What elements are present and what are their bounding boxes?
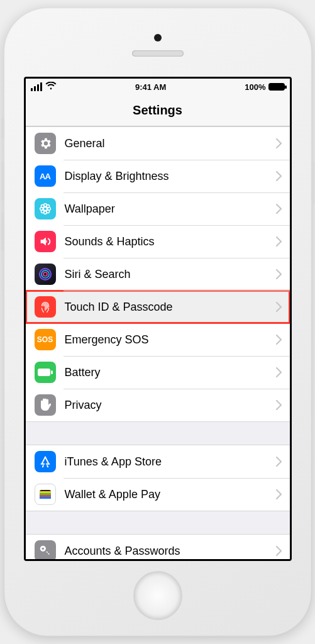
battery-pct: 100% [245,82,265,92]
chevron-right-icon [276,236,282,247]
svg-point-8 [46,210,49,213]
fingerprint-icon [35,296,56,318]
row-label: Wallet & Apple Pay [65,488,160,501]
gear-icon [35,133,56,154]
key-icon [35,540,56,559]
chevron-right-icon [276,546,282,556]
row-label: Accounts & Passwords [65,545,180,558]
battery-icon [268,83,285,91]
row-privacy[interactable]: Privacy [26,389,290,421]
row-label: Display & Brightness [65,170,169,183]
svg-point-6 [46,204,49,208]
chevron-right-icon [276,138,282,148]
speaker-icon [35,231,56,252]
row-label: Touch ID & Passcode [65,301,173,314]
row-accounts-passwords[interactable]: Accounts & Passwords [26,535,290,559]
wifi-icon [45,82,57,92]
chevron-right-icon [276,457,282,467]
flower-icon [35,198,56,219]
row-general[interactable]: General [26,127,290,160]
row-label: General [65,137,105,150]
svg-point-11 [43,272,47,276]
svg-point-7 [41,210,44,213]
screen: 9:41 AM 100% Settings General AA Di [24,77,292,561]
front-camera [154,34,162,42]
home-button[interactable] [133,571,182,620]
app-store-icon [35,451,56,472]
row-label: Emergency SOS [65,333,149,347]
row-sounds-haptics[interactable]: Sounds & Haptics [26,225,290,258]
row-wallet-apple-pay[interactable]: Wallet & Apple Pay [26,478,290,511]
svg-point-20 [41,548,43,550]
svg-rect-16 [40,493,51,495]
row-itunes-app-store[interactable]: iTunes & App Store [26,445,290,478]
row-label: Siri & Search [65,268,131,281]
svg-point-0 [43,207,47,211]
row-display-brightness[interactable]: AA Display & Brightness [26,160,290,192]
row-label: Wallpaper [65,203,115,216]
svg-rect-17 [40,495,51,497]
battery-icon [35,362,56,383]
chevron-right-icon [276,400,282,410]
chevron-right-icon [276,335,282,345]
settings-group: Accounts & Passwords [26,534,290,559]
row-emergency-sos[interactable]: SOS Emergency SOS [26,323,290,356]
text-size-icon: AA [35,165,56,187]
chevron-right-icon [276,269,282,279]
iphone-device-frame: 9:41 AM 100% Settings General AA Di [4,8,312,636]
settings-list[interactable]: General AA Display & Brightness Wallpape… [26,126,290,559]
settings-group: General AA Display & Brightness Wallpape… [26,126,290,422]
row-touch-id-passcode[interactable]: Touch ID & Passcode [26,291,290,323]
hand-icon [35,394,56,416]
chevron-right-icon [276,171,282,181]
svg-rect-13 [51,370,53,374]
chevron-right-icon [276,367,282,377]
chevron-right-icon [276,204,282,214]
row-label: iTunes & App Store [65,455,162,469]
wallet-icon [35,484,56,505]
svg-rect-15 [40,491,51,493]
siri-icon [35,264,56,285]
row-battery[interactable]: Battery [26,356,290,389]
settings-group: iTunes & App Store Wallet & Apple Pay [26,445,290,511]
row-label: Battery [65,366,101,379]
svg-rect-12 [38,369,50,376]
row-label: Privacy [65,399,102,412]
page-title: Settings [26,95,290,126]
row-wallpaper[interactable]: Wallpaper [26,192,290,225]
sos-icon: SOS [35,329,56,350]
svg-point-10 [41,270,49,278]
chevron-right-icon [276,489,282,499]
svg-point-5 [41,204,44,208]
svg-rect-18 [40,497,51,499]
chevron-right-icon [276,302,282,312]
row-siri-search[interactable]: Siri & Search [26,258,290,291]
status-bar: 9:41 AM 100% [26,79,290,95]
row-label: Sounds & Haptics [65,235,155,248]
cellular-signal-icon [31,82,43,91]
earpiece-speaker [132,50,184,57]
status-time: 9:41 AM [135,82,166,92]
